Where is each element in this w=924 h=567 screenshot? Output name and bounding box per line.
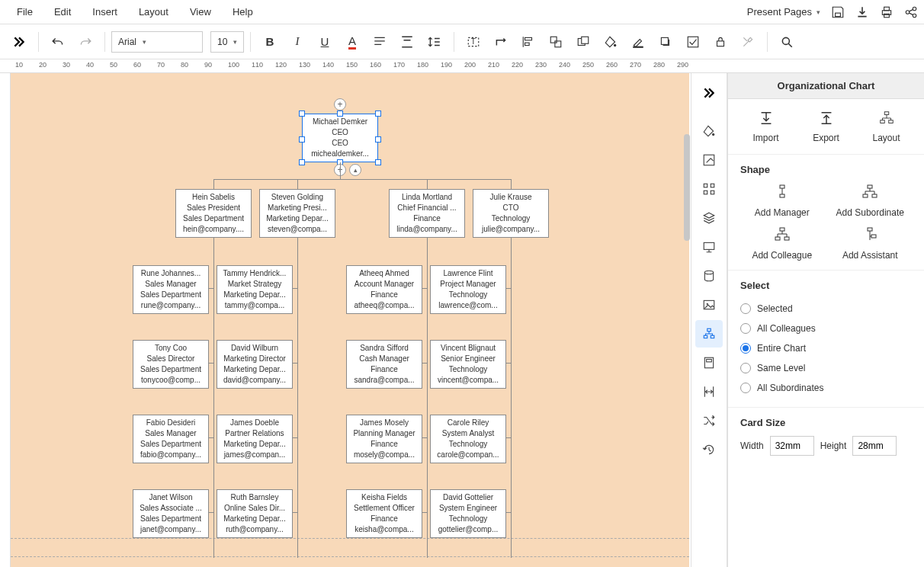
- org-node[interactable]: James DoeblePartner RelationsMarketing D…: [217, 415, 293, 463]
- selection-handle[interactable]: [299, 111, 305, 117]
- org-node[interactable]: Rune Johannes...Sales ManagerSales Depar…: [133, 265, 209, 314]
- text-box-button[interactable]: T: [460, 29, 486, 55]
- print-icon[interactable]: [880, 5, 894, 19]
- org-node[interactable]: Vincent BlignautSenior EngineerTechnolog…: [430, 340, 506, 389]
- connector: [293, 512, 297, 513]
- plus-top-button[interactable]: +: [334, 98, 346, 111]
- checkbox-button[interactable]: [680, 29, 706, 55]
- org-node[interactable]: Steven GoldingMarketing Presi...Marketin…: [259, 189, 335, 238]
- ruler-tick: 90: [204, 61, 212, 69]
- insert-symbol-icon[interactable]: [695, 146, 723, 174]
- ruler-tick: 170: [393, 61, 405, 69]
- fill-tool-icon[interactable]: [695, 117, 723, 145]
- add-assistant-button[interactable]: Add Assistant: [829, 226, 913, 261]
- org-node[interactable]: Linda MortlandChief Financial ...Finance…: [389, 189, 465, 238]
- org-node[interactable]: Tammy Hendrick...Market StrategyMarketin…: [217, 265, 293, 314]
- radio-same-level[interactable]: Same Level: [740, 358, 912, 378]
- collapse-button[interactable]: ▴: [349, 164, 361, 176]
- line-color-button[interactable]: [625, 29, 651, 55]
- presentation-icon[interactable]: [695, 233, 723, 261]
- radio-entire-chart[interactable]: Entire Chart: [740, 338, 912, 358]
- org-node[interactable]: James MoselyPlanning ManagerFinancemosel…: [346, 415, 422, 463]
- search-button[interactable]: [774, 29, 800, 55]
- height-input[interactable]: [852, 436, 897, 456]
- lock-button[interactable]: [707, 29, 733, 55]
- org-node[interactable]: David WilburnMarketing DirectorMarketing…: [217, 340, 293, 389]
- radio-all-colleagues[interactable]: All Colleagues: [740, 319, 912, 338]
- org-node[interactable]: Atheeq AhmedAccount ManagerFinanceatheeq…: [346, 265, 422, 314]
- org-node[interactable]: Janet WilsonSales Associate ...Sales Dep…: [133, 489, 209, 538]
- node-email: janet@company...: [135, 524, 207, 535]
- svg-point-23: [712, 133, 714, 136]
- align-vert-button[interactable]: [394, 29, 420, 55]
- selection-handle[interactable]: [375, 159, 381, 165]
- tools-button[interactable]: [735, 29, 761, 55]
- bold-button[interactable]: B: [257, 29, 283, 55]
- layout-button[interactable]: Layout: [856, 110, 916, 143]
- org-node[interactable]: Ruth BarnsleyOnline Sales Dir...Marketin…: [217, 489, 293, 538]
- import-button[interactable]: Import: [736, 110, 796, 143]
- org-node[interactable]: Julie KrauseCTOTechnologyjulie@company..…: [473, 189, 549, 238]
- fill-button[interactable]: [598, 29, 624, 55]
- collapse-panel-icon[interactable]: [695, 79, 723, 107]
- shadow-button[interactable]: [653, 29, 679, 55]
- download-icon[interactable]: [855, 5, 869, 19]
- menu-insert[interactable]: Insert: [82, 2, 128, 22]
- underline-button[interactable]: U: [312, 29, 338, 55]
- add-manager-button[interactable]: Add Manager: [740, 183, 824, 218]
- line-spacing-button[interactable]: [422, 29, 448, 55]
- connector-button[interactable]: [488, 29, 514, 55]
- align-para-button[interactable]: [367, 29, 393, 55]
- node-dept: Finance: [348, 439, 420, 450]
- fontsize-select[interactable]: 10▾: [210, 31, 244, 53]
- data-icon[interactable]: [695, 262, 723, 290]
- menu-edit[interactable]: Edit: [43, 2, 82, 22]
- italic-button[interactable]: I: [284, 29, 310, 55]
- save-icon[interactable]: [831, 5, 845, 19]
- undo-button[interactable]: [45, 29, 71, 55]
- arrange-button[interactable]: [570, 29, 596, 55]
- shuffle-icon[interactable]: [695, 407, 723, 434]
- canvas[interactable]: Michael DemkerCEOCEOmichealdemker...++▴H…: [11, 73, 689, 567]
- export-button[interactable]: Export: [796, 110, 856, 143]
- org-node[interactable]: Fabio DesideriSales ManagerSales Departm…: [133, 415, 209, 463]
- selection-handle[interactable]: [299, 136, 305, 143]
- font-select[interactable]: Arial▾: [111, 31, 203, 53]
- share-icon[interactable]: [904, 5, 918, 19]
- redo-button[interactable]: [72, 29, 98, 55]
- selection-handle[interactable]: [299, 159, 305, 165]
- image-icon[interactable]: [695, 291, 723, 319]
- org-node[interactable]: Sandra SiffordCash ManagerFinancesandra@…: [346, 340, 422, 389]
- group-button[interactable]: [543, 29, 569, 55]
- org-node[interactable]: Keisha FieldsSettlement OfficerFinanceke…: [346, 489, 422, 538]
- page-icon[interactable]: [695, 349, 723, 376]
- menu-file[interactable]: File: [6, 2, 43, 22]
- spacing-icon[interactable]: [695, 378, 723, 405]
- components-icon[interactable]: [695, 175, 723, 203]
- selection-handle[interactable]: [337, 111, 343, 117]
- menu-view[interactable]: View: [179, 2, 222, 22]
- width-input[interactable]: [770, 436, 814, 456]
- expand-icon[interactable]: [6, 29, 32, 55]
- selection-handle[interactable]: [375, 111, 381, 117]
- canvas-scroll[interactable]: Michael DemkerCEOCEOmichealdemker...++▴H…: [11, 73, 691, 567]
- org-node[interactable]: Michael DemkerCEOCEOmichealdemker...: [302, 114, 378, 162]
- menu-help[interactable]: Help: [222, 2, 264, 22]
- org-node[interactable]: Hein SabelisSales PresidentSales Departm…: [175, 189, 252, 238]
- radio-selected[interactable]: Selected: [740, 299, 912, 319]
- font-color-button[interactable]: A: [339, 29, 365, 55]
- org-node[interactable]: David GottelierSystem EngineerTechnology…: [430, 489, 506, 538]
- present-pages-button[interactable]: Present Pages ▾: [743, 6, 820, 18]
- add-subordinate-button[interactable]: Add Subordinate: [829, 183, 913, 218]
- align-objects-button[interactable]: [515, 29, 541, 55]
- menu-layout[interactable]: Layout: [128, 2, 179, 22]
- layers-icon[interactable]: [695, 204, 723, 232]
- org-node[interactable]: Carole RileySystem AnalystTechnologycaro…: [430, 415, 506, 463]
- history-icon[interactable]: [695, 436, 723, 463]
- radio-all-subordinates[interactable]: All Subordinates: [740, 378, 912, 398]
- org-node[interactable]: Lawrence FlintProject ManagerTechnologyl…: [430, 265, 506, 314]
- selection-handle[interactable]: [375, 136, 381, 143]
- org-chart-icon[interactable]: [695, 320, 723, 348]
- add-colleague-button[interactable]: Add Colleague: [740, 226, 824, 261]
- org-node[interactable]: Tony CooSales DirectorSales Departmentto…: [133, 340, 209, 389]
